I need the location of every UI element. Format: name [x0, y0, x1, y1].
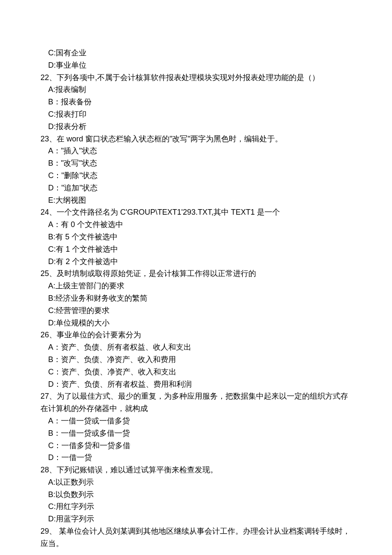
q28-stem: 28、下列记账错误，难以通过试算平衡来检查发现。 — [40, 464, 352, 476]
q28-option-d: D:用蓝字列示 — [40, 513, 352, 525]
q22-option-a: A:报表编制 — [40, 83, 352, 96]
q28-option-a: A:以正数列示 — [40, 476, 352, 489]
q27-option-c: C：一借多贷和一贷多借 — [40, 440, 352, 452]
q22-stem: 22、下列各项中,不属于会计核算软件报表处理模块实现对外报表处理功能的是（） — [40, 72, 352, 84]
q26-option-d: D：资产、负债、所有者权益、费用和利润 — [40, 378, 352, 391]
q28-option-b: B:以负数列示 — [40, 489, 352, 501]
q23-option-e: E:大纲视图 — [40, 194, 352, 207]
q22-option-d: D:报表分析 — [40, 121, 352, 133]
q24-option-d: D:有 2 个文件被选中 — [40, 256, 352, 268]
q27-option-d: D：一借一贷 — [40, 451, 352, 464]
q21-option-d: D:事业单位 — [40, 59, 352, 72]
q23-option-a: A："插入"状态 — [40, 145, 352, 157]
q24-option-b: B:有 5 个文件被选中 — [40, 231, 352, 243]
q25-option-c: C:经营管理的要求 — [40, 305, 352, 317]
q24-stem: 24、一个文件路径名为 C'GROUP\TEXT1'293.TXT,其中 TEX… — [40, 206, 352, 219]
q24-option-c: C:有 1 个文件被选中 — [40, 243, 352, 256]
q28-option-c: C:用红字列示 — [40, 500, 352, 513]
q22-option-c: C:报表打印 — [40, 108, 352, 121]
q23-option-d: D："追加"状态 — [40, 182, 352, 194]
q26-option-b: B：资产、负债、净资产、收入和费用 — [40, 354, 352, 366]
q26-option-c: C：资产、负债、净资产、收入和支出 — [40, 366, 352, 378]
q24-option-a: A：有 0 个文件被选中 — [40, 219, 352, 231]
q23-stem: 23、在 word 窗口状态栏输入状态框的"改写"两字为黑色时，编辑处于。 — [40, 133, 352, 145]
q26-stem: 26、事业单位的会计要素分为 — [40, 329, 352, 341]
q27-stem: 27、为了以最佳方式、最少的重复，为多种应用服务，把数据集中起来以一定的组织方式… — [40, 390, 352, 415]
q25-option-b: B:经济业务和财务收支的繁简 — [40, 292, 352, 305]
q23-option-b: B："改写"状态 — [40, 157, 352, 170]
q22-option-b: B：报表备份 — [40, 96, 352, 108]
q25-stem: 25、及时填制或取得原始凭证，是会计核算工作得以正常进行的 — [40, 267, 352, 280]
q25-option-a: A:上级主管部门的要求 — [40, 280, 352, 292]
q26-option-a: A：资产、负债、所有者权益、收人和支出 — [40, 341, 352, 354]
q29-stem: 29、 某单位会计人员刘某调到其他地区继续从事会计工作。办理会计从业档案调转手续… — [40, 525, 352, 550]
q25-option-d: D:单位规模的大小 — [40, 317, 352, 329]
q27-option-b: B：一借一贷或多借一贷 — [40, 427, 352, 440]
q21-option-c: C:国有企业 — [40, 47, 352, 59]
q23-option-c: C："删除"状态 — [40, 170, 352, 182]
q27-option-a: A：一借一贷或一借多贷 — [40, 415, 352, 427]
